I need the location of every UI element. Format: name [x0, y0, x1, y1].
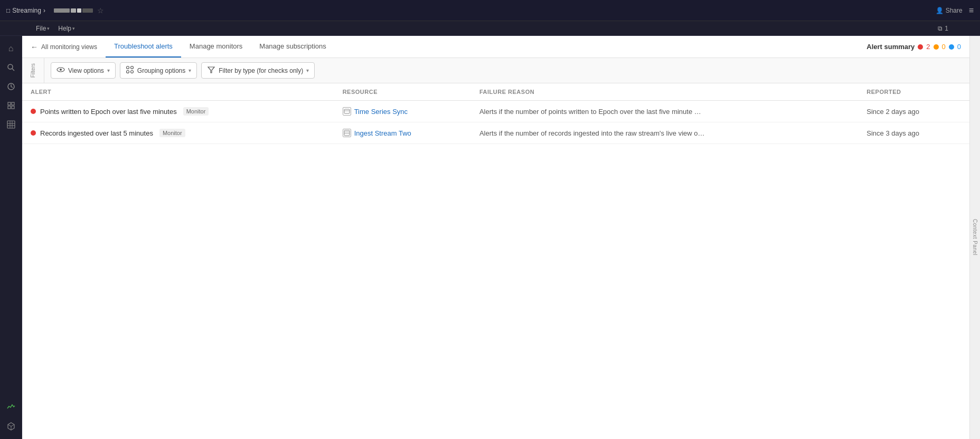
file-label: File — [36, 25, 46, 32]
sidebar-icon-grid[interactable] — [3, 116, 20, 133]
menu-icon[interactable]: ≡ — [969, 6, 974, 15]
share-label: Share — [946, 7, 963, 14]
resource-cell-2: Ingest Stream Two — [334, 122, 471, 144]
reported-cell-2: Since 3 days ago — [858, 122, 969, 144]
svg-rect-23 — [344, 109, 350, 113]
failure-reason-cell-1: Alerts if the number of points written t… — [471, 101, 858, 122]
back-label: All monitoring views — [41, 43, 97, 51]
help-label: Help — [58, 25, 71, 32]
file-count: 1 — [945, 25, 948, 32]
alert-cell-1: Points written to Epoch over last five m… — [22, 101, 334, 122]
table-row[interactable]: Points written to Epoch over last five m… — [22, 101, 969, 122]
grouping-icon — [126, 65, 134, 75]
col-alert: ALERT — [22, 83, 334, 101]
breadcrumb-separator: › — [43, 7, 45, 14]
sidebar-icon-search[interactable] — [3, 59, 20, 76]
table-row[interactable]: Records ingested over last 5 minutes Mon… — [22, 122, 969, 144]
alert-name-1: Points written to Epoch over last five m… — [31, 107, 326, 116]
sidebar-icon-layers[interactable] — [3, 97, 20, 114]
col-failure-reason: FAILURE REASON — [471, 83, 858, 101]
sidebar-icon-history[interactable] — [3, 78, 20, 95]
alert-red-dot-1 — [31, 109, 36, 114]
nav-left: ← All monitoring views Troubleshoot aler… — [31, 36, 335, 58]
alert-name-2: Records ingested over last 5 minutes Mon… — [31, 129, 326, 137]
svg-marker-22 — [208, 67, 214, 73]
svg-point-20 — [126, 71, 129, 73]
tab-manage-subscriptions[interactable]: Manage subscriptions — [251, 36, 334, 58]
filters-bar: Filters View options ▾ Grouping options … — [22, 58, 969, 83]
alerts-table: ALERT RESOURCE FAILURE REASON REPORTED P… — [22, 83, 969, 144]
top-bar-right: 👤 Share ≡ — [936, 6, 974, 15]
alert-red-dot-2 — [31, 130, 36, 136]
svg-line-13 — [8, 425, 11, 427]
table-wrapper: ALERT RESOURCE FAILURE REASON REPORTED P… — [22, 83, 969, 144]
filter-by-type-arrow: ▾ — [306, 68, 309, 73]
monitor-badge-2: Monitor — [159, 129, 185, 137]
eye-icon — [56, 65, 65, 75]
filter-by-type-button[interactable]: Filter by type (for checks only) ▾ — [201, 62, 315, 79]
file-menu[interactable]: File ▾ — [32, 24, 54, 33]
grouping-options-button[interactable]: Grouping options ▾ — [120, 62, 197, 79]
col-reported: REPORTED — [858, 83, 969, 101]
red-dot — [918, 44, 923, 50]
blue-count: 0 — [957, 43, 961, 51]
svg-rect-3 — [8, 102, 11, 105]
user-icon: 👤 — [936, 7, 944, 14]
share-button[interactable]: 👤 Share — [936, 7, 963, 14]
pill-2 — [71, 8, 76, 13]
pill-4 — [82, 8, 93, 13]
svg-rect-6 — [12, 106, 14, 109]
table-area: ALERT RESOURCE FAILURE REASON REPORTED P… — [22, 83, 969, 439]
svg-rect-4 — [12, 102, 14, 105]
nav-right: Alert summary 2 0 0 — [866, 43, 961, 51]
table-header: ALERT RESOURCE FAILURE REASON REPORTED — [22, 83, 969, 101]
tab-troubleshoot-alerts[interactable]: Troubleshoot alerts — [106, 36, 181, 58]
resource-name-1: Time Series Sync — [354, 108, 408, 116]
breadcrumb: □ Streaming › — [6, 7, 45, 14]
tab-manage-monitors[interactable]: Manage monitors — [181, 36, 251, 58]
sidebar-icon-home[interactable]: ⌂ — [3, 40, 20, 57]
failure-reason-text-2: Alerts if the number of records ingested… — [479, 129, 705, 137]
svg-line-1 — [12, 69, 14, 71]
breadcrumb-name: Streaming — [12, 7, 41, 14]
tab-bar-top — [54, 8, 93, 13]
file-dropdown-arrow: ▾ — [47, 26, 50, 31]
filter-by-type-label: Filter by type (for checks only) — [219, 67, 303, 74]
svg-point-21 — [130, 71, 133, 73]
svg-point-19 — [130, 66, 133, 69]
copy-icon: ⧉ — [938, 25, 943, 32]
nav-area: ← All monitoring views Troubleshoot aler… — [22, 36, 969, 58]
orange-dot — [934, 44, 939, 50]
star-button[interactable]: ☆ — [97, 6, 104, 15]
context-panel-tab[interactable]: Context Panel — [969, 36, 980, 439]
red-count: 2 — [926, 43, 930, 51]
reported-text-1: Since 2 days ago — [866, 108, 919, 116]
failure-reason-text-1: Alerts if the number of points written t… — [479, 108, 701, 116]
filters-controls: View options ▾ Grouping options ▾ Filter… — [44, 58, 321, 83]
orange-count: 0 — [942, 43, 946, 51]
nav-tabs: Troubleshoot alerts Manage monitors Mana… — [106, 36, 335, 58]
svg-point-17 — [60, 69, 62, 71]
sidebar-icon-package[interactable] — [3, 418, 20, 435]
pill-3 — [77, 8, 81, 13]
pill-blocks — [54, 8, 93, 13]
svg-point-18 — [126, 66, 129, 69]
resource-icon-1 — [343, 107, 351, 116]
filters-sidebar-toggle[interactable]: Filters — [22, 58, 44, 83]
resource-link-2[interactable]: Ingest Stream Two — [343, 129, 463, 137]
top-bar-left: □ Streaming › ☆ — [6, 6, 104, 15]
view-options-button[interactable]: View options ▾ — [51, 62, 116, 79]
resource-link-1[interactable]: Time Series Sync — [343, 107, 463, 116]
col-resource: RESOURCE — [334, 83, 471, 101]
grouping-options-arrow: ▾ — [189, 68, 191, 73]
resource-cell-1: Time Series Sync — [334, 101, 471, 122]
sidebar-icon-monitor[interactable] — [3, 399, 20, 416]
context-panel-label: Context Panel — [972, 219, 978, 255]
alert-cell-2: Records ingested over last 5 minutes Mon… — [22, 122, 334, 144]
filters-label: Filters — [30, 63, 36, 78]
grouping-options-label: Grouping options — [137, 67, 185, 74]
reported-text-2: Since 3 days ago — [866, 129, 919, 137]
blue-dot — [949, 44, 954, 50]
back-button[interactable]: ← All monitoring views — [31, 36, 101, 58]
help-menu[interactable]: Help ▾ — [54, 24, 79, 33]
